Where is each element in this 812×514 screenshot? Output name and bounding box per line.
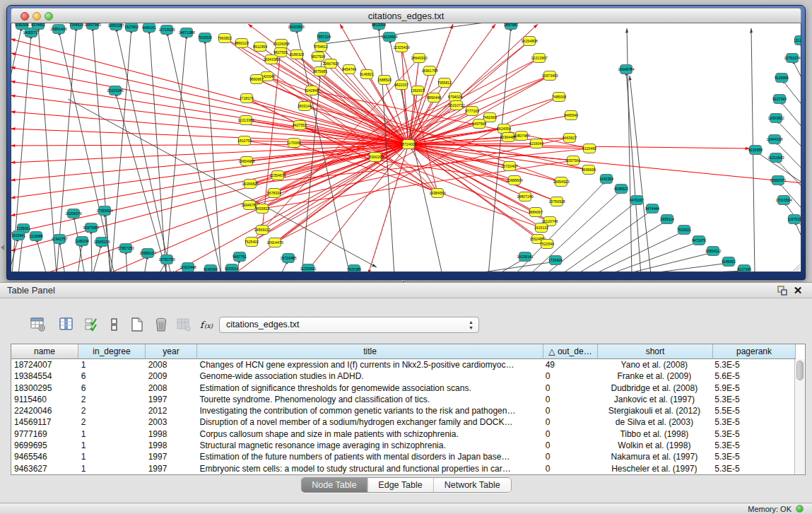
network-node[interactable]: 7632621 xyxy=(677,226,691,235)
network-node[interactable]: 2803144 xyxy=(298,102,312,111)
network-node[interactable]: 7615526 xyxy=(198,33,212,42)
network-canvas[interactable]: 9282936140557178374652208914067264519168… xyxy=(11,23,801,272)
network-node[interactable]: 7264519 xyxy=(69,23,83,30)
network-node[interactable]: 6479197 xyxy=(630,196,644,205)
tab-edge-table[interactable]: Edge Table xyxy=(367,478,433,492)
table-row[interactable]: 946362711997Embryonic stem cells: a mode… xyxy=(11,463,794,474)
red-edge[interactable] xyxy=(11,144,408,198)
network-node[interactable]: 9115460 xyxy=(582,144,596,153)
black-edge[interactable] xyxy=(91,229,92,272)
network-node[interactable]: 2887682 xyxy=(504,23,518,30)
network-node[interactable]: 6794028 xyxy=(448,93,462,102)
network-node[interactable]: 9357564 xyxy=(566,156,580,165)
red-edge[interactable] xyxy=(271,59,408,144)
function-builder-icon[interactable]: f(x) xyxy=(198,315,215,334)
column-header-title[interactable]: title xyxy=(197,344,543,359)
network-node[interactable]: 12213967 xyxy=(531,54,547,63)
network-node[interactable]: 12354678 xyxy=(269,171,286,180)
red-edge[interactable] xyxy=(11,129,408,144)
network-node[interactable]: 8454749 xyxy=(342,65,356,74)
network-node[interactable]: 15720407 xyxy=(501,162,517,171)
network-node[interactable]: 14569117 xyxy=(254,226,271,235)
table-row[interactable]: 1456911722003Disruption of a novel membe… xyxy=(11,416,794,428)
table-row[interactable]: 1938455462009Genome-wide association stu… xyxy=(11,370,794,382)
column-header-short[interactable]: short xyxy=(598,344,713,359)
network-node[interactable]: 1810755 xyxy=(237,136,252,146)
network-node[interactable]: 16543382 xyxy=(263,55,279,64)
network-node[interactable]: 9463627 xyxy=(563,134,577,143)
network-node[interactable]: 12923448 xyxy=(180,263,196,272)
column-header-out_de[interactable]: △ out_de… xyxy=(543,344,598,359)
network-node[interactable]: 9827508 xyxy=(311,52,325,62)
network-node[interactable]: 1145194 xyxy=(75,237,89,246)
network-node[interactable]: 8245093 xyxy=(204,265,218,273)
network-node[interactable]: 8471676 xyxy=(692,236,706,245)
red-edge[interactable] xyxy=(11,144,408,251)
network-node[interactable]: 10973493 xyxy=(541,71,558,81)
red-edge[interactable] xyxy=(11,95,408,144)
network-node[interactable]: 6822037 xyxy=(394,81,408,90)
rows-icon[interactable] xyxy=(106,315,123,334)
network-node[interactable]: 9875685 xyxy=(313,67,327,76)
window-titlebar[interactable]: citations_edges.txt xyxy=(11,8,801,23)
new-file-icon[interactable] xyxy=(129,315,146,334)
black-edge[interactable] xyxy=(68,99,377,267)
network-node[interactable]: 3915941 xyxy=(11,231,25,240)
table-select-dropdown[interactable]: citations_edges.txt ▲▼ xyxy=(219,317,479,333)
network-node[interactable]: 7963822 xyxy=(218,34,232,43)
network-node[interactable]: 9245652 xyxy=(722,257,736,267)
black-edge[interactable] xyxy=(630,76,651,272)
network-node[interactable]: 9684067 xyxy=(529,208,543,217)
network-node[interactable]: 8912954 xyxy=(253,42,267,52)
black-edge[interactable] xyxy=(111,28,131,272)
network-node[interactable]: 9754612 xyxy=(314,42,328,52)
network-node[interactable]: 16210722 xyxy=(448,101,464,110)
network-node[interactable]: 9146821 xyxy=(360,70,374,79)
network-node[interactable]: 19384554 xyxy=(429,189,445,198)
network-node[interactable]: 7485008 xyxy=(552,93,566,102)
network-node[interactable]: 10688609 xyxy=(506,176,522,185)
black-edge[interactable] xyxy=(93,243,102,272)
network-node[interactable]: 14671388 xyxy=(178,28,194,37)
network-node[interactable]: 16914479 xyxy=(266,238,283,247)
network-node[interactable]: 2718176 xyxy=(240,94,254,103)
float-panel-icon[interactable] xyxy=(777,285,788,296)
column-header-year[interactable]: year xyxy=(146,344,197,359)
table-row[interactable]: 2242004622012Investigating the contribut… xyxy=(11,405,794,416)
network-node[interactable]: 1167533 xyxy=(787,215,801,224)
table-row[interactable]: 977716911998Corpus callosum shape and si… xyxy=(11,428,794,440)
black-edge[interactable] xyxy=(794,221,801,258)
network-node[interactable]: 6497568 xyxy=(472,119,486,129)
tab-network-table[interactable]: Network Table xyxy=(434,478,511,492)
network-node[interactable]: 19166825 xyxy=(242,180,258,189)
network-node[interactable]: 9890667 xyxy=(249,75,264,84)
network-node[interactable]: 12325419 xyxy=(393,43,409,52)
network-node[interactable]: 13751074 xyxy=(784,54,800,63)
network-node[interactable]: 1733426 xyxy=(548,256,563,265)
network-node[interactable]: 1362615 xyxy=(411,86,425,95)
network-node[interactable]: 8813054 xyxy=(372,23,386,30)
network-node[interactable]: 10807487 xyxy=(513,132,529,141)
network-node[interactable]: 12213389 xyxy=(237,116,254,125)
network-node[interactable]: 1170066 xyxy=(287,139,301,148)
black-edge[interactable] xyxy=(621,252,713,272)
table-row[interactable]: 1830029562008Estimation of significance … xyxy=(11,382,794,394)
network-node[interactable]: 19218506 xyxy=(381,33,397,42)
network-node[interactable]: 6938923 xyxy=(614,185,628,194)
network-node[interactable]: 9227343 xyxy=(772,95,787,104)
network-node[interactable]: 12342757 xyxy=(51,235,67,244)
network-node[interactable]: 7625402 xyxy=(245,238,259,247)
network-node[interactable]: 1115688 xyxy=(29,232,43,241)
network-node[interactable]: 9890448 xyxy=(427,93,441,103)
black-edge[interactable] xyxy=(801,42,801,79)
column-header-name[interactable]: name xyxy=(11,344,78,359)
network-node[interactable]: 6253014 xyxy=(225,264,239,273)
network-node[interactable]: 15716485 xyxy=(280,254,296,263)
black-edge[interactable] xyxy=(575,221,667,272)
network-node[interactable]: 16958107 xyxy=(139,249,155,258)
network-node[interactable]: 7955812 xyxy=(437,78,452,88)
network-node[interactable]: 19756928 xyxy=(548,197,565,206)
network-node[interactable]: 9693822 xyxy=(255,204,269,214)
network-hub-node[interactable]: 18724007 xyxy=(400,140,416,149)
network-node[interactable]: 1527602 xyxy=(124,23,139,32)
